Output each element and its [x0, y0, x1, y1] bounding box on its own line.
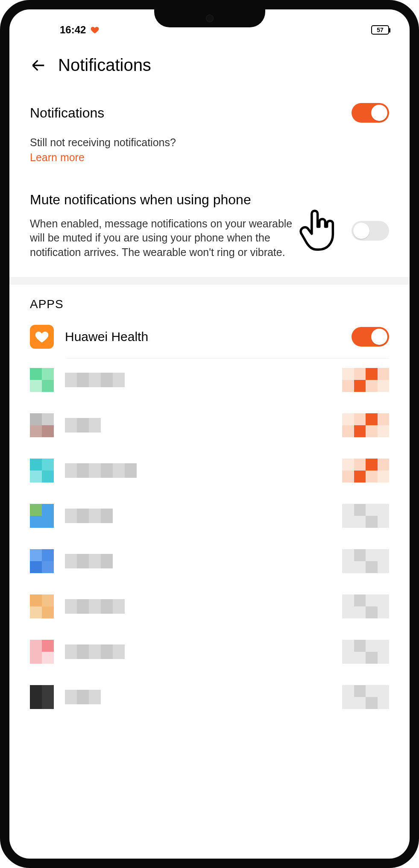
- notifications-label: Notifications: [30, 105, 104, 121]
- blurred-app-row[interactable]: [9, 359, 410, 401]
- blurred-app-label: [65, 554, 113, 568]
- notifications-toggle[interactable]: [352, 103, 389, 123]
- blurred-app-label: [65, 690, 101, 704]
- section-divider: [9, 277, 410, 285]
- blurred-app-label: [65, 418, 101, 433]
- blurred-app-toggle[interactable]: [342, 594, 389, 618]
- learn-more-link[interactable]: Learn more: [30, 151, 85, 164]
- app-name-label: Huawei Health: [65, 330, 340, 344]
- blurred-app-toggle[interactable]: [342, 504, 389, 528]
- page-title: Notifications: [58, 56, 151, 75]
- blurred-app-toggle[interactable]: [342, 368, 389, 392]
- volume-up-button: [410, 172, 413, 249]
- blurred-app-toggle[interactable]: [342, 413, 389, 437]
- mute-title: Mute notifications when using phone: [30, 191, 286, 209]
- blurred-app-label: [65, 463, 137, 478]
- blurred-app-toggle[interactable]: [342, 549, 389, 573]
- blurred-app-icon: [30, 549, 54, 573]
- blurred-app-icon: [30, 640, 54, 664]
- notifications-row[interactable]: Notifications: [30, 98, 389, 128]
- blurred-app-toggle[interactable]: [342, 459, 389, 483]
- blurred-app-icon: [30, 413, 54, 437]
- blurred-app-row[interactable]: [9, 630, 410, 673]
- blurred-app-row[interactable]: [9, 404, 410, 447]
- power-button: [410, 360, 413, 411]
- mute-toggle[interactable]: [352, 221, 389, 241]
- notifications-help-text: Still not receiving notifications?: [30, 136, 389, 149]
- blurred-app-icon: [30, 504, 54, 528]
- phone-frame: 16:42 57 Notifications Notificat: [0, 0, 419, 868]
- blurred-app-toggle[interactable]: [342, 685, 389, 709]
- back-button[interactable]: [30, 57, 47, 74]
- app-row-huawei-health[interactable]: Huawei Health: [9, 315, 410, 358]
- blurred-app-row[interactable]: [9, 449, 410, 492]
- blurred-app-label: [65, 599, 125, 614]
- volume-down-button: [410, 257, 413, 334]
- blurred-app-label: [65, 373, 125, 387]
- blurred-app-label: [65, 644, 125, 659]
- blurred-app-row[interactable]: [9, 494, 410, 537]
- apps-header: APPS: [9, 285, 410, 315]
- app-toggle-huawei-health[interactable]: [352, 327, 389, 347]
- status-time: 16:42: [60, 24, 86, 36]
- blurred-app-row[interactable]: [9, 676, 410, 718]
- blurred-app-list: [9, 359, 410, 718]
- page-header: Notifications: [9, 38, 410, 88]
- battery-indicator: 57: [371, 25, 389, 35]
- pointer-hand-icon: [299, 207, 337, 254]
- mute-description: When enabled, message notifications on y…: [30, 217, 303, 260]
- blurred-app-row[interactable]: [9, 585, 410, 628]
- blurred-app-icon: [30, 594, 54, 618]
- huawei-health-icon: [30, 325, 54, 349]
- blurred-app-icon: [30, 685, 54, 709]
- blurred-app-icon: [30, 368, 54, 392]
- content-scroll[interactable]: Notifications Still not receiving notifi…: [9, 88, 410, 859]
- blurred-app-icon: [30, 459, 54, 483]
- blurred-app-label: [65, 509, 113, 523]
- battery-level: 57: [377, 26, 384, 33]
- health-status-icon: [90, 25, 100, 35]
- blurred-app-toggle[interactable]: [342, 640, 389, 664]
- blurred-app-row[interactable]: [9, 540, 410, 583]
- phone-notch: [154, 9, 265, 27]
- screen: 16:42 57 Notifications Notificat: [9, 9, 410, 859]
